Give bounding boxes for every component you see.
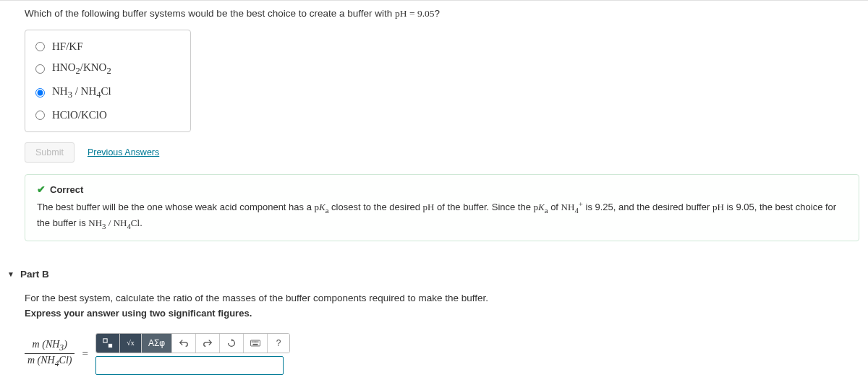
previous-answers-link[interactable]: Previous Answers xyxy=(88,147,159,157)
keyboard-button[interactable] xyxy=(244,334,268,353)
choice-radio[interactable] xyxy=(35,42,45,51)
svg-rect-4 xyxy=(254,341,255,342)
submit-button-part-a[interactable]: Submit xyxy=(25,142,75,163)
redo-icon xyxy=(203,338,213,348)
feedback-correct: ✔ Correct The best buffer will be the on… xyxy=(25,174,859,241)
x-root-button[interactable]: √x xyxy=(120,334,142,353)
choice-row[interactable]: HF/KF xyxy=(33,36,177,57)
svg-rect-3 xyxy=(252,341,253,342)
templates-button[interactable] xyxy=(96,334,120,353)
undo-icon xyxy=(179,338,189,348)
choice-label: HF/KF xyxy=(52,40,83,53)
choice-row[interactable]: HNO2/KNO2 xyxy=(33,57,177,81)
question-text: Which of the following buffer systems wo… xyxy=(0,8,868,30)
feedback-body: The best buffer will be the one whose we… xyxy=(37,198,847,232)
choice-label: NH3 / NH4Cl xyxy=(52,85,111,100)
keyboard-icon xyxy=(250,338,260,348)
x-root-icon: √x xyxy=(127,339,135,347)
equals-sign: = xyxy=(82,347,88,360)
check-icon: ✔ xyxy=(37,183,46,195)
answer-input[interactable] xyxy=(95,356,284,375)
ratio-fraction: m (NH3) m (NH4Cl) xyxy=(25,339,75,369)
answer-choices: HF/KFHNO2/KNO2NH3 / NH4ClHClO/KClO xyxy=(25,30,191,132)
choice-label: HNO2/KNO2 xyxy=(52,61,111,77)
undo-button[interactable] xyxy=(172,334,196,353)
greek-button[interactable]: ΑΣφ xyxy=(142,334,172,353)
choice-radio[interactable] xyxy=(35,111,45,120)
feedback-title: Correct xyxy=(50,184,83,195)
svg-rect-6 xyxy=(258,341,259,342)
question-equation: pH = 9.05 xyxy=(395,8,435,19)
choice-label: HClO/KClO xyxy=(52,109,107,121)
part-b-instruction: Express your answer using two significan… xyxy=(25,308,868,319)
choice-radio[interactable] xyxy=(35,88,45,98)
choice-row[interactable]: HClO/KClO xyxy=(33,105,177,126)
redo-button[interactable] xyxy=(196,334,220,353)
help-button[interactable]: ? xyxy=(268,334,289,353)
part-b-header[interactable]: ▼ Part B xyxy=(0,256,868,293)
svg-rect-2 xyxy=(251,340,260,346)
templates-icon xyxy=(103,338,113,348)
svg-rect-0 xyxy=(103,339,107,342)
caret-down-icon: ▼ xyxy=(7,270,14,278)
svg-rect-1 xyxy=(109,344,112,347)
choice-radio[interactable] xyxy=(35,64,45,74)
svg-rect-5 xyxy=(255,341,257,342)
equation-toolbar: √x ΑΣφ ? xyxy=(95,333,290,353)
choice-row[interactable]: NH3 / NH4Cl xyxy=(33,81,177,105)
part-b-prompt: For the best system, calculate the ratio… xyxy=(25,293,868,303)
reset-button[interactable] xyxy=(220,334,244,353)
reset-icon xyxy=(226,338,237,348)
svg-rect-7 xyxy=(253,344,258,345)
